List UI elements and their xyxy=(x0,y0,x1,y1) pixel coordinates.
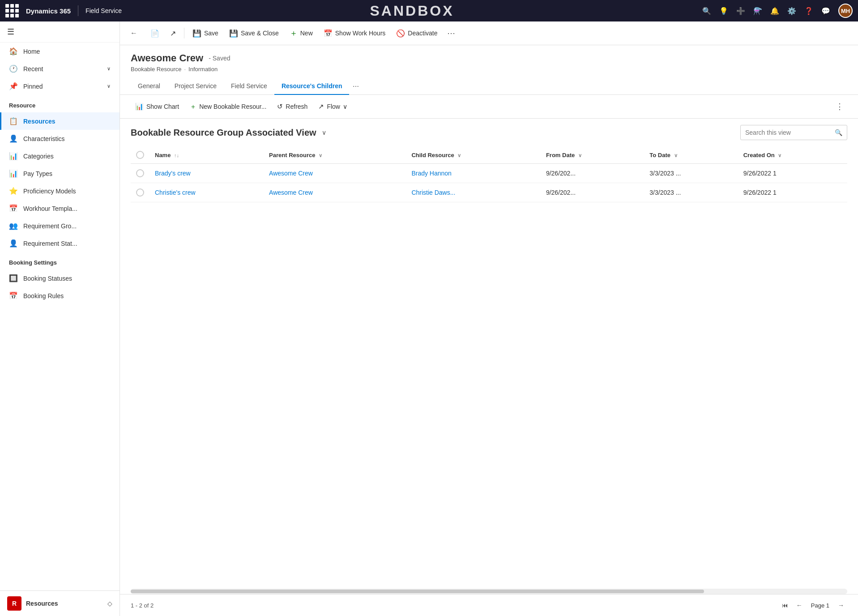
col-created-on[interactable]: Created On ∨ xyxy=(738,146,847,164)
brand-label[interactable]: Dynamics 365 xyxy=(26,7,71,15)
tab-general[interactable]: General xyxy=(131,78,167,95)
table-row: Christie's crew Awesome Crew Christie Da… xyxy=(131,183,847,202)
back-button[interactable]: ← xyxy=(127,26,141,40)
select-all-checkbox-col[interactable] xyxy=(131,146,149,164)
sidebar-item-booking-rules[interactable]: 📅 Booking Rules xyxy=(0,287,120,304)
lightbulb-icon[interactable]: 💡 xyxy=(719,7,728,15)
user-avatar[interactable]: MH xyxy=(838,4,853,18)
sidebar-item-label: Workhour Templa... xyxy=(23,205,77,212)
sidebar-footer-chevron-icon[interactable]: ◇ xyxy=(107,600,112,607)
proficiency-icon: ⭐ xyxy=(9,187,18,195)
col-from-date[interactable]: From Date ∨ xyxy=(541,146,644,164)
name-link-0[interactable]: Brady's crew xyxy=(155,170,191,177)
sub-toolbar: 📊 Show Chart ＋ New Bookable Resour... ↺ … xyxy=(120,95,858,119)
name-link-1[interactable]: Christie's crew xyxy=(155,189,196,196)
child-link-0[interactable]: Brady Hannon xyxy=(411,170,452,177)
sidebar-item-resources[interactable]: 📋 Resources xyxy=(0,112,120,130)
show-chart-button[interactable]: 📊 Show Chart xyxy=(131,100,184,113)
cell-child-0: Brady Hannon xyxy=(406,164,541,183)
entity-label: Bookable Resource xyxy=(131,66,181,73)
refresh-button[interactable]: ↺ Refresh xyxy=(273,100,312,113)
sidebar-item-requirement-stat[interactable]: 👤 Requirement Stat... xyxy=(0,235,120,252)
record-icon: 📄 xyxy=(150,29,159,38)
record-view-button[interactable]: 📄 xyxy=(146,26,164,40)
col-name[interactable]: Name ↑↓ xyxy=(149,146,264,164)
search-input[interactable] xyxy=(741,126,830,139)
sidebar-item-categories[interactable]: 📊 Categories xyxy=(0,147,120,165)
next-page-button[interactable]: → xyxy=(835,599,847,612)
chevron-down-icon: ∨ xyxy=(107,83,111,89)
tab-resources-children[interactable]: Resource's Children xyxy=(274,78,350,95)
row-checkbox-1[interactable] xyxy=(136,188,144,197)
chart-icon: 📊 xyxy=(135,103,144,111)
filter-icon[interactable]: ⚗️ xyxy=(753,7,762,15)
search-icon[interactable]: 🔍 xyxy=(702,7,711,15)
sidebar-item-label: Resources xyxy=(23,118,55,125)
col-child-resource[interactable]: Child Resource ∨ xyxy=(406,146,541,164)
deactivate-button[interactable]: 🚫 Deactivate xyxy=(392,26,442,40)
record-title: Awesome Crew xyxy=(131,52,203,64)
tabs-more-button[interactable]: ⋯ xyxy=(349,78,363,94)
notification-icon[interactable]: 🔔 xyxy=(770,7,779,15)
sort-icon: ∨ xyxy=(578,153,582,158)
sort-icon: ∨ xyxy=(674,153,678,158)
sidebar-item-pay-types[interactable]: 📊 Pay Types xyxy=(0,165,120,182)
child-link-1[interactable]: Christie Daws... xyxy=(411,189,455,196)
search-button[interactable]: 🔍 xyxy=(830,126,847,139)
col-to-date[interactable]: To Date ∨ xyxy=(644,146,738,164)
new-button[interactable]: ＋ New xyxy=(285,25,317,41)
row-checkbox-0[interactable] xyxy=(136,169,144,177)
add-icon[interactable]: ➕ xyxy=(736,7,745,15)
workhour-icon: 📅 xyxy=(9,204,18,213)
pin-icon: 📌 xyxy=(9,82,18,90)
help-icon[interactable]: ❓ xyxy=(804,7,813,15)
tab-project-service[interactable]: Project Service xyxy=(167,78,224,95)
horizontal-scrollbar[interactable] xyxy=(131,589,847,594)
sidebar-item-characteristics[interactable]: 👤 Characteristics xyxy=(0,130,120,147)
app-launcher-icon[interactable] xyxy=(5,4,19,17)
sort-icon: ∨ xyxy=(319,153,322,158)
tab-field-service[interactable]: Field Service xyxy=(224,78,274,95)
hamburger-icon[interactable]: ☰ xyxy=(7,27,14,36)
save-close-button[interactable]: 💾 Save & Close xyxy=(225,26,283,40)
save-icon: 💾 xyxy=(192,29,201,38)
scrollbar-thumb[interactable] xyxy=(131,590,704,593)
prev-page-button[interactable]: ← xyxy=(793,599,806,612)
cell-parent-1: Awesome Crew xyxy=(264,183,406,202)
feedback-icon[interactable]: 💬 xyxy=(821,7,830,15)
sidebar-item-home[interactable]: 🏠 Home xyxy=(0,43,120,60)
sidebar-footer[interactable]: R Resources ◇ xyxy=(0,590,120,616)
sidebar-toggle[interactable]: ☰ xyxy=(0,21,120,43)
sidebar-item-recent[interactable]: 🕐 Recent ∨ xyxy=(0,60,120,77)
view-label[interactable]: Information xyxy=(188,66,218,73)
new-bookable-button[interactable]: ＋ New Bookable Resour... xyxy=(185,100,271,113)
toolbar-more-button[interactable]: ⋯ xyxy=(444,26,459,41)
table-header-row: Name ↑↓ Parent Resource ∨ Child Resource… xyxy=(131,146,847,164)
module-label[interactable]: Field Service xyxy=(85,7,122,14)
first-page-button[interactable]: ⏮ xyxy=(779,599,791,612)
view-header: Bookable Resource Group Associated View … xyxy=(120,119,858,146)
requirement-gro-icon: 👥 xyxy=(9,222,18,230)
sidebar-item-booking-statuses[interactable]: 🔲 Booking Statuses xyxy=(0,270,120,287)
sidebar-item-pinned[interactable]: 📌 Pinned ∨ xyxy=(0,77,120,95)
view-search[interactable]: 🔍 xyxy=(740,125,847,140)
sub-toolbar-more-button[interactable]: ⋮ xyxy=(832,99,847,114)
sandbox-label: SANDBOX xyxy=(129,3,695,19)
show-work-hours-button[interactable]: 📅 Show Work Hours xyxy=(319,26,390,40)
sidebar-item-label: Booking Rules xyxy=(23,292,64,299)
parent-link-1[interactable]: Awesome Crew xyxy=(269,189,313,196)
sidebar-item-label: Requirement Gro... xyxy=(23,222,77,230)
sidebar-item-requirement-gro[interactable]: 👥 Requirement Gro... xyxy=(0,217,120,235)
parent-link-0[interactable]: Awesome Crew xyxy=(269,170,313,177)
view-title-chevron-icon[interactable]: ∨ xyxy=(322,129,326,136)
flow-button[interactable]: ↗ Flow ∨ xyxy=(314,100,352,113)
sidebar-item-proficiency-models[interactable]: ⭐ Proficiency Models xyxy=(0,182,120,200)
sidebar: ☰ 🏠 Home 🕐 Recent ∨ 📌 Pinned ∨ Resource … xyxy=(0,21,120,616)
settings-icon[interactable]: ⚙️ xyxy=(787,7,796,15)
cell-created-on-1: 9/26/2022 1 xyxy=(738,183,847,202)
select-all-checkbox[interactable] xyxy=(136,151,144,159)
sidebar-item-workhour-templates[interactable]: 📅 Workhour Templa... xyxy=(0,200,120,217)
col-parent-resource[interactable]: Parent Resource ∨ xyxy=(264,146,406,164)
save-button[interactable]: 💾 Save xyxy=(188,26,223,40)
open-in-new-button[interactable]: ↗ xyxy=(166,26,180,40)
